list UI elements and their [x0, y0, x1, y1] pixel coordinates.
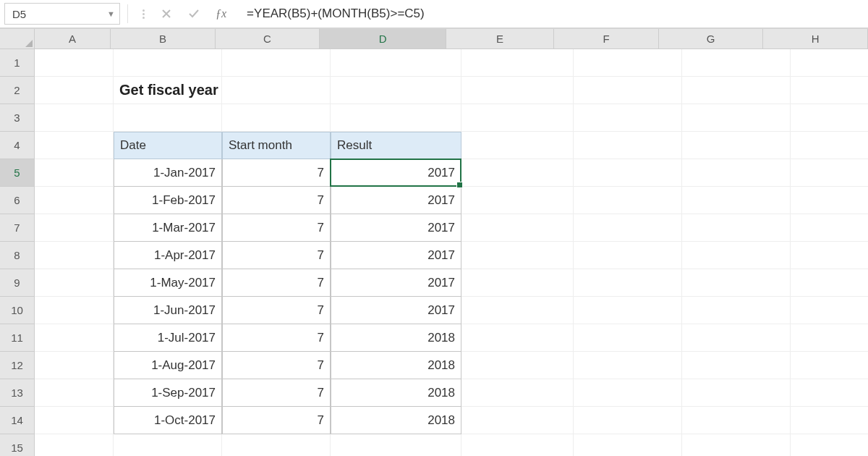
cell-B12[interactable]: 1-Aug-2017 — [114, 352, 222, 379]
cell-F13[interactable] — [574, 379, 682, 407]
cell-H11[interactable] — [791, 324, 868, 352]
cell-B6[interactable]: 1-Feb-2017 — [114, 187, 222, 214]
fx-icon[interactable]: ƒx — [216, 7, 226, 20]
cell-F9[interactable] — [574, 269, 682, 297]
cell-E12[interactable] — [461, 352, 574, 379]
cell-D13[interactable]: 2018 — [331, 379, 461, 407]
cell-C5[interactable]: 7 — [222, 159, 331, 187]
row-header-8[interactable]: 8 — [0, 242, 35, 269]
cell-E4[interactable] — [461, 132, 574, 159]
cell-H2[interactable] — [791, 77, 868, 104]
cell-A15[interactable] — [35, 434, 114, 456]
cell-C6[interactable]: 7 — [222, 187, 331, 214]
row-header-5[interactable]: 5 — [0, 159, 35, 187]
cell-F12[interactable] — [574, 352, 682, 379]
cell-A2[interactable] — [35, 77, 114, 104]
cell-D9[interactable]: 2017 — [331, 269, 461, 297]
cell-D6[interactable]: 2017 — [331, 187, 461, 214]
cell-F6[interactable] — [574, 187, 682, 214]
cell-E10[interactable] — [461, 297, 574, 324]
cell-D2[interactable] — [331, 77, 461, 104]
cell-H8[interactable] — [791, 242, 868, 269]
cell-B1[interactable] — [114, 49, 222, 77]
confirm-icon[interactable] — [188, 8, 200, 20]
cell-A1[interactable] — [35, 49, 114, 77]
row-header-12[interactable]: 12 — [0, 352, 35, 379]
row-header-13[interactable]: 13 — [0, 379, 35, 407]
cell-C9[interactable]: 7 — [222, 269, 331, 297]
cancel-icon[interactable] — [161, 8, 172, 20]
cell-E3[interactable] — [461, 104, 574, 132]
cell-C8[interactable]: 7 — [222, 242, 331, 269]
cell-A14[interactable] — [35, 407, 114, 434]
cell-B9[interactable]: 1-May-2017 — [114, 269, 222, 297]
cell-E13[interactable] — [461, 379, 574, 407]
cell-A6[interactable] — [35, 187, 114, 214]
row-header-14[interactable]: 14 — [0, 407, 35, 434]
cell-G15[interactable] — [682, 434, 791, 456]
cell-D1[interactable] — [331, 49, 461, 77]
cell-H7[interactable] — [791, 214, 868, 242]
cell-C10[interactable]: 7 — [222, 297, 331, 324]
column-header-D[interactable]: D — [320, 29, 446, 49]
cell-B11[interactable]: 1-Jul-2017 — [114, 324, 222, 352]
cell-G3[interactable] — [682, 104, 791, 132]
cell-B5[interactable]: 1-Jan-2017 — [114, 159, 222, 187]
column-header-F[interactable]: F — [554, 29, 659, 49]
cell-H5[interactable] — [791, 159, 868, 187]
cell-G10[interactable] — [682, 297, 791, 324]
cell-A11[interactable] — [35, 324, 114, 352]
cell-D12[interactable]: 2018 — [331, 352, 461, 379]
cell-A8[interactable] — [35, 242, 114, 269]
cell-E7[interactable] — [461, 214, 574, 242]
row-header-10[interactable]: 10 — [0, 297, 35, 324]
cell-C4[interactable]: Start month — [222, 132, 331, 159]
cell-C1[interactable] — [222, 49, 331, 77]
cell-G6[interactable] — [682, 187, 791, 214]
cell-G4[interactable] — [682, 132, 791, 159]
cell-E15[interactable] — [461, 434, 574, 456]
column-header-E[interactable]: E — [446, 29, 554, 49]
column-header-C[interactable]: C — [216, 29, 320, 49]
cell-G13[interactable] — [682, 379, 791, 407]
cell-E5[interactable] — [461, 159, 574, 187]
cell-F15[interactable] — [574, 434, 682, 456]
cell-C15[interactable] — [222, 434, 331, 456]
cell-E11[interactable] — [461, 324, 574, 352]
cell-E8[interactable] — [461, 242, 574, 269]
cell-F8[interactable] — [574, 242, 682, 269]
select-all-corner[interactable] — [0, 29, 35, 49]
cell-G7[interactable] — [682, 214, 791, 242]
cell-D11[interactable]: 2018 — [331, 324, 461, 352]
cell-H14[interactable] — [791, 407, 868, 434]
cell-C3[interactable] — [222, 104, 331, 132]
cell-C12[interactable]: 7 — [222, 352, 331, 379]
row-header-6[interactable]: 6 — [0, 187, 35, 214]
cell-H3[interactable] — [791, 104, 868, 132]
column-header-A[interactable]: A — [35, 29, 111, 49]
row-header-7[interactable]: 7 — [0, 214, 35, 242]
formula-input[interactable]: =YEAR(B5)+(MONTH(B5)>=C5) — [241, 3, 864, 25]
cell-G2[interactable] — [682, 77, 791, 104]
cell-F4[interactable] — [574, 132, 682, 159]
cell-G14[interactable] — [682, 407, 791, 434]
cell-F2[interactable] — [574, 77, 682, 104]
cell-H4[interactable] — [791, 132, 868, 159]
cell-E9[interactable] — [461, 269, 574, 297]
cell-E14[interactable] — [461, 407, 574, 434]
cell-D3[interactable] — [331, 104, 461, 132]
cell-E1[interactable] — [461, 49, 574, 77]
cell-C2[interactable] — [222, 77, 331, 104]
cell-D7[interactable]: 2017 — [331, 214, 461, 242]
cell-D5[interactable]: 2017 — [331, 159, 461, 187]
cell-G9[interactable] — [682, 269, 791, 297]
name-box[interactable]: D5 ▼ — [4, 3, 120, 25]
cell-H12[interactable] — [791, 352, 868, 379]
row-header-3[interactable]: 3 — [0, 104, 35, 132]
cell-B2[interactable]: Get fiscal year from date — [114, 77, 222, 104]
cell-B8[interactable]: 1-Apr-2017 — [114, 242, 222, 269]
cell-F5[interactable] — [574, 159, 682, 187]
column-header-G[interactable]: G — [659, 29, 764, 49]
cell-A13[interactable] — [35, 379, 114, 407]
cell-F7[interactable] — [574, 214, 682, 242]
